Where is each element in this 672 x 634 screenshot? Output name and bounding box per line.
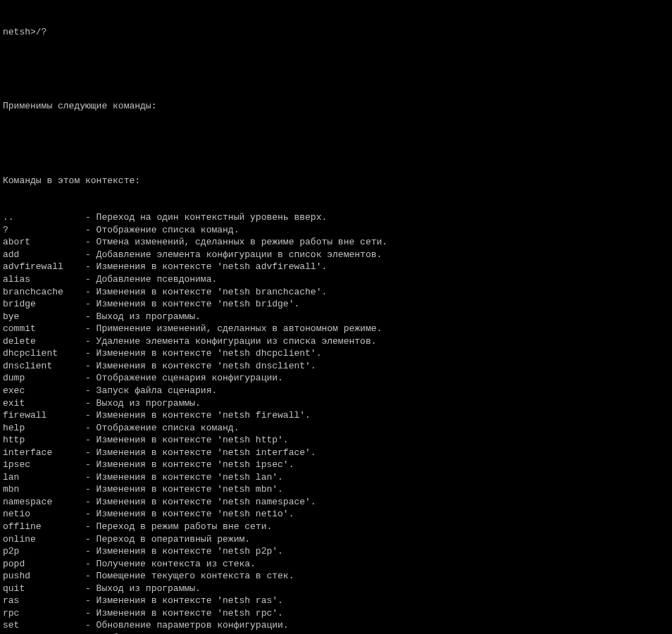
command-description: - Переход на один контекстный уровень вв… xyxy=(85,211,327,224)
command-row: exec- Запуск файла сценария. xyxy=(3,385,669,397)
command-name: popd xyxy=(3,558,85,571)
command-description: - Отображение списка команд. xyxy=(85,422,239,435)
command-name: p2p xyxy=(3,545,85,558)
command-description: - Изменения в контексте 'netsh dhcpclien… xyxy=(85,347,321,360)
command-name: bye xyxy=(3,311,85,323)
command-row: exit- Выход из программы. xyxy=(3,397,669,410)
command-row: netio- Изменения в контексте 'netsh neti… xyxy=(3,508,669,521)
command-description: - Изменения в контексте 'netsh rpc'. xyxy=(85,607,283,620)
command-row: ..- Переход на один контекстный уровень … xyxy=(3,211,669,224)
command-row: rpc- Изменения в контексте 'netsh rpc'. xyxy=(3,607,669,620)
command-description: - Изменения в контексте 'netsh bridge'. xyxy=(85,298,299,311)
command-description: - Изменения в контексте 'netsh branchcac… xyxy=(85,286,327,299)
command-row: ras- Изменения в контексте 'netsh ras'. xyxy=(3,595,669,607)
command-row: p2p- Изменения в контексте 'netsh p2p'. xyxy=(3,545,669,558)
command-name: add xyxy=(3,249,85,261)
command-description: - Применение изменений, сделанных в авто… xyxy=(85,323,382,335)
command-name: namespace xyxy=(3,496,85,509)
command-name: ipsec xyxy=(3,459,85,471)
command-name: rpc xyxy=(3,607,85,620)
command-description: - Получение контекста из стека. xyxy=(85,558,256,571)
command-description: - Изменения в контексте 'netsh advfirewa… xyxy=(85,261,327,273)
command-row: pushd- Помещение текущего контекста в ст… xyxy=(3,570,669,583)
command-description: - Изменения в контексте 'netsh ras'. xyxy=(85,595,283,607)
command-description: - Помещение текущего контекста в стек. xyxy=(85,570,294,583)
command-list: ..- Переход на один контекстный уровень … xyxy=(3,211,669,634)
heading-applicable: Применимы следующие команды: xyxy=(3,100,669,113)
command-description: - Переход в оперативный режим. xyxy=(85,533,250,546)
command-row: quit- Выход из программы. xyxy=(3,583,669,595)
command-row: alias- Добавление псевдонима. xyxy=(3,273,669,286)
command-description: - Запуск файла сценария. xyxy=(85,385,217,397)
command-row: namespace- Изменения в контексте 'netsh … xyxy=(3,496,669,509)
command-name: abort xyxy=(3,236,85,249)
command-row: http- Изменения в контексте 'netsh http'… xyxy=(3,434,669,447)
command-name: lan xyxy=(3,471,85,484)
command-name: http xyxy=(3,434,85,447)
command-row: bye- Выход из программы. xyxy=(3,311,669,323)
command-description: - Изменения в контексте 'netsh firewall'… xyxy=(85,409,311,422)
command-name: advfirewall xyxy=(3,261,85,273)
command-row: set- Обновление параметров конфигурации. xyxy=(3,619,669,632)
command-description: - Переход в режим работы вне сети. xyxy=(85,521,272,533)
command-description: - Удаление элемента конфигурации из спис… xyxy=(85,335,376,348)
command-row: ipsec- Изменения в контексте 'netsh ipse… xyxy=(3,459,669,471)
command-name: delete xyxy=(3,335,85,348)
command-name: branchcache xyxy=(3,286,85,299)
command-description: - Изменения в контексте 'netsh namespace… xyxy=(85,496,316,509)
command-row: branchcache- Изменения в контексте 'nets… xyxy=(3,286,669,299)
command-name: firewall xyxy=(3,409,85,422)
command-name: set xyxy=(3,619,85,632)
command-row: offline- Переход в режим работы вне сети… xyxy=(3,521,669,533)
command-row: ?- Отображение списка команд. xyxy=(3,224,669,237)
command-row: dump- Отображение сценария конфигурации. xyxy=(3,372,669,385)
command-row: help- Отображение списка команд. xyxy=(3,422,669,435)
command-name: online xyxy=(3,533,85,546)
command-name: offline xyxy=(3,521,85,533)
command-name: exec xyxy=(3,385,85,397)
prompt-line: netsh>/? xyxy=(3,26,669,39)
command-description: - Изменения в контексте 'netsh mbn'. xyxy=(85,483,283,496)
command-description: - Выход из программы. xyxy=(85,311,201,323)
command-description: - Отмена изменений, сделанных в режиме р… xyxy=(85,236,387,249)
command-description: - Изменения в контексте 'netsh http'. xyxy=(85,434,289,447)
command-row: online- Переход в оперативный режим. xyxy=(3,533,669,546)
command-row: advfirewall- Изменения в контексте 'nets… xyxy=(3,261,669,273)
command-description: - Изменения в контексте 'netsh netio'. xyxy=(85,508,294,521)
command-row: mbn- Изменения в контексте 'netsh mbn'. xyxy=(3,483,669,496)
command-description: - Выход из программы. xyxy=(85,397,201,410)
command-name: .. xyxy=(3,211,85,224)
command-row: bridge- Изменения в контексте 'netsh bri… xyxy=(3,298,669,311)
command-name: alias xyxy=(3,273,85,286)
command-description: - Изменения в контексте 'netsh p2p'. xyxy=(85,545,283,558)
command-description: - Отображение списка команд. xyxy=(85,224,239,237)
command-description: - Изменения в контексте 'netsh ipsec'. xyxy=(85,459,294,471)
command-description: - Изменения в контексте 'netsh interface… xyxy=(85,447,316,459)
command-name: dnsclient xyxy=(3,360,85,373)
command-description: - Обновление параметров конфигурации. xyxy=(85,619,289,632)
command-row: popd- Получение контекста из стека. xyxy=(3,558,669,571)
command-description: - Изменения в контексте 'netsh dnsclient… xyxy=(85,360,316,373)
command-row: firewall- Изменения в контексте 'netsh f… xyxy=(3,409,669,422)
heading-context: Команды в этом контексте: xyxy=(3,175,669,187)
blank-line xyxy=(3,137,669,150)
command-name: ras xyxy=(3,595,85,607)
command-row: lan- Изменения в контексте 'netsh lan'. xyxy=(3,471,669,484)
command-description: - Добавление элемента конфигурации в спи… xyxy=(85,249,382,261)
blank-line xyxy=(3,63,669,76)
command-name: commit xyxy=(3,323,85,335)
command-row: delete- Удаление элемента конфигурации и… xyxy=(3,335,669,348)
command-row: abort- Отмена изменений, сделанных в реж… xyxy=(3,236,669,249)
command-row: add- Добавление элемента конфигурации в … xyxy=(3,249,669,261)
command-row: commit- Применение изменений, сделанных … xyxy=(3,323,669,335)
command-name: help xyxy=(3,422,85,435)
command-row: dnsclient- Изменения в контексте 'netsh … xyxy=(3,360,669,373)
command-row: dhcpclient- Изменения в контексте 'netsh… xyxy=(3,347,669,360)
terminal-output[interactable]: netsh>/? Применимы следующие команды: Ко… xyxy=(0,0,672,634)
command-name: exit xyxy=(3,397,85,410)
command-name: netio xyxy=(3,508,85,521)
command-name: quit xyxy=(3,583,85,595)
command-name: pushd xyxy=(3,570,85,583)
command-name: dhcpclient xyxy=(3,347,85,360)
command-name: ? xyxy=(3,224,85,237)
